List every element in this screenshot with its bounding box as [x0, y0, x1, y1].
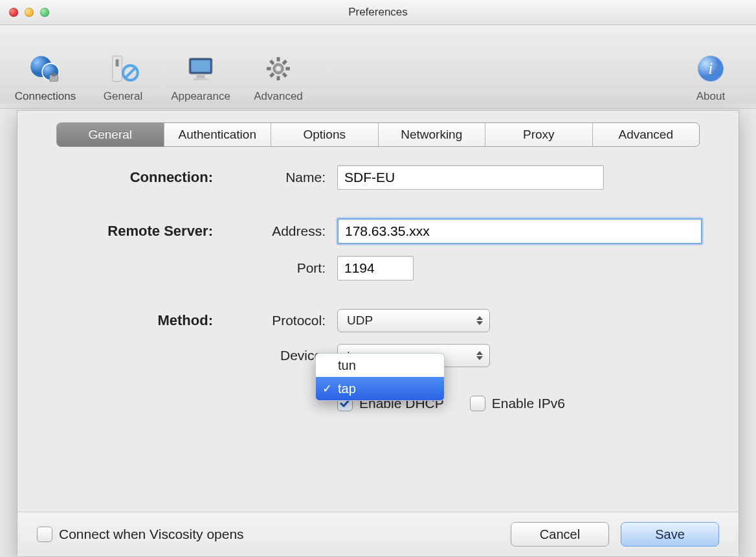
device-option-label: tap [338, 381, 356, 396]
name-label: Name: [226, 170, 329, 185]
enable-ipv6-label: Enable IPv6 [492, 396, 565, 411]
port-input[interactable] [337, 256, 414, 280]
address-input[interactable] [337, 218, 702, 244]
about-icon: i [672, 50, 750, 87]
svg-text:i: i [709, 60, 713, 77]
svg-rect-5 [116, 59, 119, 66]
general-icon [84, 50, 162, 87]
toolbar: Connections General Appearance Advanced … [0, 25, 756, 109]
device-option-tun[interactable]: tun [316, 354, 444, 377]
port-label: Port: [226, 260, 329, 276]
connect-on-open-label: Connect when Viscosity opens [59, 527, 244, 542]
checkbox-icon [470, 396, 485, 411]
method-group-label: Method: [63, 312, 218, 329]
toolbar-item-connections[interactable]: Connections [6, 50, 84, 103]
sheet-backdrop: Super Dimensional Fortress Disconnected … [0, 104, 756, 557]
tab-advanced[interactable]: Advanced [592, 123, 700, 146]
cancel-button-label: Cancel [540, 527, 580, 542]
tab-authentication[interactable]: Authentication [164, 123, 271, 146]
name-input[interactable] [337, 165, 604, 190]
connection-editor-sheet: General Authentication Options Networkin… [17, 110, 739, 557]
device-option-tap[interactable]: ✓ tap [316, 377, 444, 400]
tab-proxy[interactable]: Proxy [485, 123, 592, 146]
close-window-button[interactable] [9, 8, 18, 17]
preferences-window: Preferences Connections General Appearan… [0, 0, 756, 557]
protocol-label: Protocol: [226, 313, 329, 328]
toolbar-label: General [84, 90, 162, 103]
connection-group-label: Connection: [63, 169, 218, 186]
connect-on-open-checkbox[interactable]: Connect when Viscosity opens [37, 527, 244, 542]
protocol-value: UDP [347, 313, 373, 328]
cancel-button[interactable]: Cancel [511, 522, 609, 547]
address-label: Address: [226, 223, 329, 239]
sheet-tabs: General Authentication Options Networkin… [56, 122, 700, 147]
device-option-label: tun [338, 358, 356, 373]
toolbar-label: Advanced [239, 90, 317, 103]
sheet-footer: Connect when Viscosity opens Cancel Save [17, 512, 739, 556]
zoom-window-button[interactable] [40, 8, 49, 17]
toolbar-item-appearance[interactable]: Appearance [162, 50, 239, 103]
toolbar-item-about[interactable]: i About [672, 50, 750, 103]
toolbar-item-general[interactable]: General [84, 50, 162, 103]
remote-server-group-label: Remote Server: [63, 223, 218, 240]
window-title: Preferences [0, 6, 756, 19]
connections-icon [6, 50, 84, 87]
device-label: Device: [226, 348, 329, 363]
svg-rect-8 [191, 60, 210, 72]
traffic-lights [9, 8, 49, 17]
tab-general[interactable]: General [57, 123, 164, 146]
minimize-window-button[interactable] [25, 8, 34, 17]
toolbar-label: Connections [6, 90, 84, 103]
toolbar-label: About [672, 90, 750, 103]
enable-ipv6-checkbox[interactable]: Enable IPv6 [470, 396, 565, 411]
svg-point-12 [276, 66, 281, 71]
save-button[interactable]: Save [621, 522, 719, 547]
toolbar-label: Appearance [162, 90, 239, 103]
appearance-icon [162, 50, 239, 87]
tab-options[interactable]: Options [271, 123, 378, 146]
save-button-label: Save [655, 527, 685, 542]
checkmark-icon: ✓ [322, 381, 332, 396]
svg-rect-10 [194, 78, 208, 80]
titlebar: Preferences [0, 0, 756, 25]
advanced-icon [239, 50, 317, 87]
select-stepper-icon [474, 347, 485, 364]
svg-rect-9 [197, 75, 205, 78]
toolbar-item-advanced[interactable]: Advanced [239, 50, 317, 103]
device-dropdown-menu: tun ✓ tap [315, 353, 445, 401]
select-stepper-icon [474, 312, 485, 329]
protocol-select[interactable]: UDP [337, 309, 490, 332]
checkbox-icon [37, 527, 52, 542]
tab-networking[interactable]: Networking [378, 123, 485, 146]
